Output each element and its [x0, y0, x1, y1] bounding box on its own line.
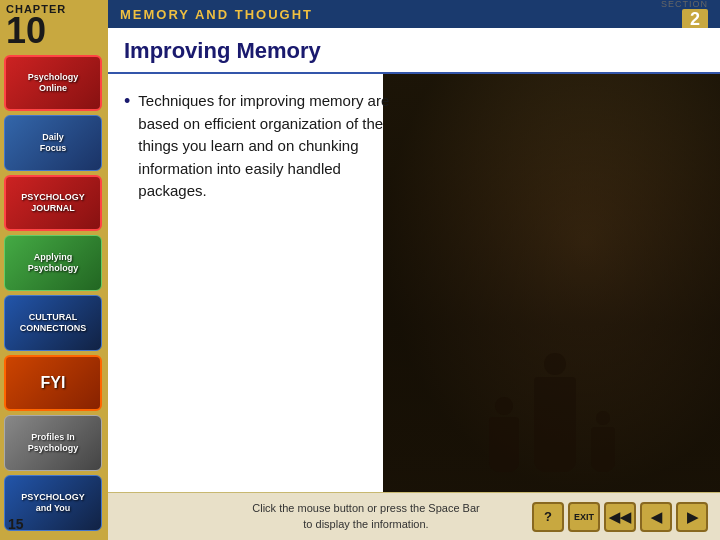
- sidebar-item-fyi[interactable]: FYI: [4, 355, 102, 411]
- top-bar: MEMORY AND THOUGHT SECTION 2: [108, 0, 720, 28]
- figure-group: [489, 353, 615, 472]
- sidebar-item-psych-journal[interactable]: PSYCHOLOGYJOURNAL: [4, 175, 102, 231]
- sidebar-item-label: CULTURALCONNECTIONS: [18, 310, 89, 336]
- sidebar-item-label: Profiles InPsychology: [26, 430, 81, 456]
- figure-child-left: [489, 397, 519, 472]
- figure-adult-center: [534, 353, 576, 472]
- body: [534, 377, 576, 472]
- head: [495, 397, 513, 415]
- chapter-number: 10: [6, 13, 46, 49]
- slide-title: Improving Memory: [108, 28, 720, 74]
- footer-line1: Click the mouse button or press the Spac…: [252, 502, 479, 514]
- section-number: 2: [682, 9, 708, 30]
- slide-number: 15: [8, 516, 24, 532]
- slide-text: • Techniques for improving memory are ba…: [108, 74, 426, 492]
- sidebar-item-label: ApplyingPsychology: [26, 250, 81, 276]
- sidebar: CHAPTER 10 PsychologyOnline DailyFocus P…: [0, 0, 108, 540]
- sidebar-item-label: PsychologyOnline: [26, 70, 81, 96]
- sidebar-item-profiles[interactable]: Profiles InPsychology: [4, 415, 102, 471]
- footer-line2: to display the information.: [303, 518, 428, 530]
- sidebar-item-daily-focus[interactable]: DailyFocus: [4, 115, 102, 171]
- photo-area: [383, 74, 720, 492]
- head: [544, 353, 566, 375]
- sidebar-item-label: PSYCHOLOGYand You: [19, 490, 87, 516]
- first-button[interactable]: ◀◀: [604, 502, 636, 532]
- nav-buttons: ? EXIT ◀◀ ◀ ▶: [532, 502, 708, 532]
- sidebar-nav: PsychologyOnline DailyFocus PSYCHOLOGYJO…: [0, 51, 108, 539]
- header-title: MEMORY AND THOUGHT: [120, 7, 313, 22]
- footer-instruction: Click the mouse button or press the Spac…: [200, 501, 532, 532]
- photo-overlay: [383, 74, 720, 492]
- section-info: SECTION 2: [661, 0, 708, 30]
- sidebar-item-cultural[interactable]: CULTURALCONNECTIONS: [4, 295, 102, 351]
- section-label: SECTION: [661, 0, 708, 9]
- bullet-dot: •: [124, 91, 130, 203]
- bullet-item: • Techniques for improving memory are ba…: [124, 90, 410, 203]
- help-button[interactable]: ?: [532, 502, 564, 532]
- footer-bar: Click the mouse button or press the Spac…: [108, 492, 720, 540]
- sidebar-item-label: PSYCHOLOGYJOURNAL: [19, 190, 87, 216]
- slide-area: Improving Memory • Techniques for improv…: [108, 28, 720, 492]
- bullet-text: Techniques for improving memory are base…: [138, 90, 410, 203]
- head: [596, 411, 610, 425]
- prev-button[interactable]: ◀: [640, 502, 672, 532]
- slide-body: • Techniques for improving memory are ba…: [108, 74, 720, 492]
- chapter-block: CHAPTER 10: [0, 0, 108, 51]
- body: [591, 427, 615, 472]
- sidebar-item-label: DailyFocus: [38, 130, 69, 156]
- sidebar-item-applying-psych[interactable]: ApplyingPsychology: [4, 235, 102, 291]
- next-button[interactable]: ▶: [676, 502, 708, 532]
- sidebar-item-psychology-online[interactable]: PsychologyOnline: [4, 55, 102, 111]
- figure-child-right: [591, 411, 615, 472]
- sidebar-item-label: FYI: [39, 371, 68, 394]
- main-content: MEMORY AND THOUGHT SECTION 2 Improving M…: [108, 0, 720, 540]
- body: [489, 417, 519, 472]
- exit-button[interactable]: EXIT: [568, 502, 600, 532]
- content-area: Improving Memory • Techniques for improv…: [108, 28, 720, 540]
